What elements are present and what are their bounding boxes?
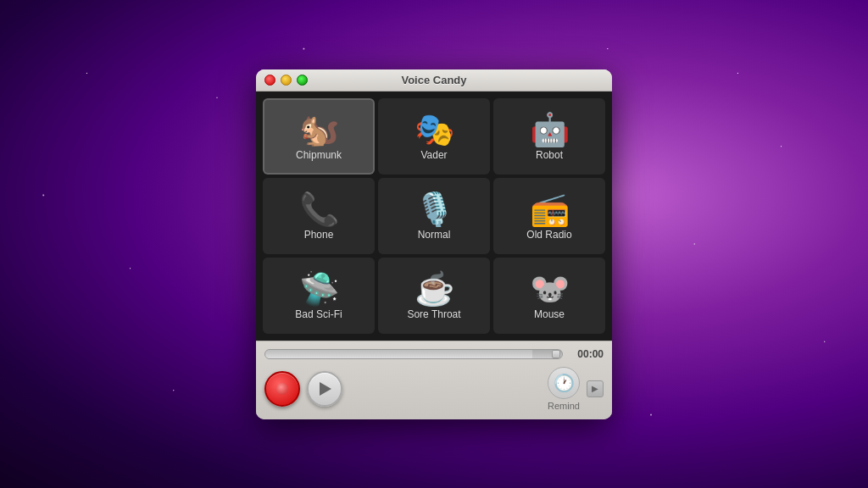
progress-fill <box>265 350 532 358</box>
record-dot <box>276 383 288 395</box>
robot-icon: 🤖 <box>530 114 570 146</box>
remind-section: 🕐 Remind <box>548 367 580 411</box>
mouse-icon: 🐭 <box>530 273 570 305</box>
vader-label: Vader <box>420 149 447 161</box>
progress-thumb <box>552 350 560 358</box>
app-window: Voice Candy 🐿️ Chipmunk 🎭 Vader 🤖 Robot … <box>256 69 612 419</box>
play-button[interactable] <box>307 371 342 407</box>
bottom-bar: 00:00 🕐 Remind ▶ <box>256 341 612 419</box>
phone-icon: 📞 <box>299 193 339 225</box>
old-radio-label: Old Radio <box>526 229 571 241</box>
sore-throat-icon: ☕ <box>415 273 454 305</box>
voice-item-normal[interactable]: 🎙️ Normal <box>378 178 490 254</box>
robot-label: Robot <box>536 149 563 161</box>
voice-item-old-radio[interactable]: 📻 Old Radio <box>493 178 605 254</box>
progress-track[interactable] <box>264 349 563 359</box>
remind-label: Remind <box>548 401 580 411</box>
window-title: Voice Candy <box>401 74 466 86</box>
bad-sci-fi-label: Bad Sci-Fi <box>295 308 342 320</box>
title-bar: Voice Candy <box>256 69 612 92</box>
normal-icon: 🎙️ <box>415 193 454 225</box>
old-radio-icon: 📻 <box>530 193 570 225</box>
voice-effects-area: 🐿️ Chipmunk 🎭 Vader 🤖 Robot 📞 Phone 🎙️ N… <box>256 92 612 341</box>
normal-label: Normal <box>418 229 451 241</box>
close-button[interactable] <box>264 75 275 86</box>
voice-item-robot[interactable]: 🤖 Robot <box>493 98 605 175</box>
vader-icon: 🎭 <box>415 114 454 146</box>
share-arrow-icon: ▶ <box>592 384 598 393</box>
play-triangle-icon <box>320 382 331 396</box>
time-display: 00:00 <box>570 348 604 360</box>
phone-label: Phone <box>304 229 334 241</box>
chipmunk-label: Chipmunk <box>296 149 342 161</box>
minimize-button[interactable] <box>281 75 292 86</box>
progress-container: 00:00 <box>264 348 604 360</box>
sore-throat-label: Sore Throat <box>407 308 460 320</box>
mouse-label: Mouse <box>534 308 565 320</box>
voice-item-sore-throat[interactable]: ☕ Sore Throat <box>378 258 490 334</box>
record-button[interactable] <box>264 371 300 407</box>
voice-item-bad-sci-fi[interactable]: 🛸 Bad Sci-Fi <box>263 258 375 334</box>
maximize-button[interactable] <box>297 75 308 86</box>
traffic-lights <box>264 75 308 86</box>
controls-row: 🕐 Remind ▶ <box>264 367 604 411</box>
voice-item-vader[interactable]: 🎭 Vader <box>378 98 490 175</box>
voice-item-mouse[interactable]: 🐭 Mouse <box>493 258 605 334</box>
chipmunk-icon: 🐿️ <box>299 114 339 146</box>
bad-sci-fi-icon: 🛸 <box>299 273 339 305</box>
voice-item-chipmunk[interactable]: 🐿️ Chipmunk <box>263 98 375 175</box>
voice-grid: 🐿️ Chipmunk 🎭 Vader 🤖 Robot 📞 Phone 🎙️ N… <box>263 98 605 334</box>
remind-clock-icon: 🕐 <box>554 373 575 393</box>
voice-item-phone[interactable]: 📞 Phone <box>263 178 375 254</box>
share-button[interactable]: ▶ <box>587 380 604 397</box>
remind-button[interactable]: 🕐 <box>548 367 580 399</box>
